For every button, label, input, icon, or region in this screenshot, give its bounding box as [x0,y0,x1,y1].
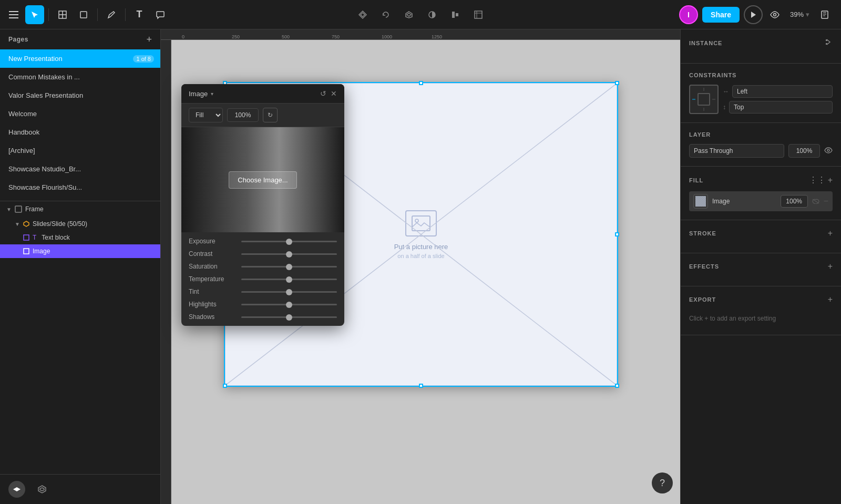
trim-tool[interactable] [469,5,488,24]
left-sidebar: Pages + New Presentation 1 of 8 Common M… [0,29,161,504]
layer-slide[interactable]: ▼ Slides/Slide (50/50) [0,217,160,231]
layer-image[interactable]: Image [0,244,160,258]
export-add-button[interactable]: + [828,295,833,304]
svg-marker-24 [38,486,46,493]
layers-icon-button[interactable] [8,481,25,498]
svg-rect-36 [695,196,706,207]
popup-close-button[interactable]: ✕ [331,89,337,98]
play-button[interactable] [744,5,763,24]
popup-opacity-input[interactable] [227,108,259,122]
handle-bottom-left[interactable] [223,384,227,388]
page-item-new-presentation[interactable]: New Presentation 1 of 8 [0,49,160,68]
instance-section: INSTANCE [681,29,841,64]
export-title: EXPORT [689,296,716,303]
align-tool[interactable] [446,5,465,24]
page-item-welcome[interactable]: Welcome [0,105,160,123]
select-tool[interactable] [25,5,44,24]
slider-exposure-thumb[interactable] [286,239,292,245]
fill-actions: ⋮⋮ + [809,175,833,185]
slider-shadows-track[interactable] [241,316,337,318]
constraint-h-select[interactable]: LeftRightCenterScaleStretch [732,85,833,98]
page-item-handbook[interactable]: Handbook [0,123,160,141]
slider-tint-thumb[interactable] [286,289,292,295]
page-item-archive[interactable]: [Archive] [0,141,160,160]
handle-bottom-right[interactable] [615,384,619,388]
layer-opacity-input[interactable] [788,144,820,158]
preview-button[interactable] [767,9,783,20]
slider-shadows-thumb[interactable] [286,314,292,321]
slider-highlights-track[interactable] [241,304,337,305]
flatten-tool[interactable] [399,5,418,24]
blend-mode-select[interactable]: Pass ThroughNormalDarkenMultiply [689,144,784,158]
page-item-showcase-nstudio[interactable]: Showcase Nstudio_Br... [0,160,160,178]
slider-contrast-thumb[interactable] [286,251,292,258]
handle-right-mid[interactable] [615,232,619,236]
export-hint: Click + to add an export setting [689,311,833,326]
zoom-control[interactable]: 39% ▾ [787,8,813,20]
fill-opacity-input[interactable] [781,195,808,208]
undo-tool[interactable] [376,5,395,24]
shape-tool[interactable] [74,5,93,24]
frame-tool[interactable] [53,5,72,24]
slider-contrast: Contrast [189,250,337,258]
help-button[interactable]: ? [652,472,673,493]
instance-detach-button[interactable] [824,38,833,48]
fill-grid-button[interactable]: ⋮⋮ [809,175,826,185]
popup-header: Image ▾ ↺ ✕ [181,84,344,104]
svg-rect-23 [24,249,29,254]
fill-row[interactable]: Image − [689,191,833,211]
layer-visibility-button[interactable] [824,147,833,155]
constraint-v-select[interactable]: TopBottomCenterScaleStretch [729,101,833,114]
ruler-left [161,40,171,504]
text-tool[interactable]: T [130,5,149,24]
assets-icon-button[interactable] [34,481,50,498]
popup-fill-select[interactable]: FillFitCropTile [189,108,223,122]
slider-exposure-track[interactable] [241,241,337,242]
fill-delete-button[interactable]: − [824,197,828,206]
slider-temperature-thumb[interactable] [286,276,292,283]
popup-rotate-button[interactable]: ↻ [263,108,278,122]
slider-saturation-thumb[interactable] [286,264,292,270]
layer-controls: Pass ThroughNormalDarkenMultiply [689,144,833,158]
comment-tool[interactable] [151,5,170,24]
effects-add-button[interactable]: + [828,262,833,271]
slider-temperature-track[interactable] [241,279,337,280]
hamburger-button[interactable] [4,5,23,24]
toolbar-left: T [0,5,174,24]
page-item-common-mistakes[interactable]: Common Mistakes in ... [0,68,160,86]
svg-marker-21 [24,221,29,227]
page-item-valor[interactable]: Valor Sales Presentation [0,86,160,105]
image-popup: Image ▾ ↺ ✕ FillFitCropTile ↻ Choose Ima… [181,84,344,326]
handle-bottom-mid[interactable] [419,384,423,388]
stroke-add-button[interactable]: + [828,229,833,238]
layer-frame[interactable]: ▼ Frame [0,201,160,217]
popup-refresh-button[interactable]: ↺ [320,89,326,98]
slider-contrast-track[interactable] [241,253,337,255]
slider-highlights-thumb[interactable] [286,302,292,308]
user-avatar[interactable]: I [679,5,698,24]
contrast-tool[interactable] [423,5,442,24]
separator-3 [125,8,126,21]
pen-tool[interactable] [102,5,121,24]
fill-swatch-container[interactable] [693,194,708,209]
slider-tint-track[interactable] [241,291,337,293]
export-section: EXPORT + Click + to add an export settin… [681,286,841,335]
add-page-button[interactable]: + [146,35,152,44]
right-panel: INSTANCE CONSTRAINTS ↔ LeftRightC [680,29,841,504]
handle-top-mid[interactable] [419,81,423,85]
library-button[interactable] [817,8,833,22]
layer-text-block[interactable]: T Text block [0,231,160,244]
share-button[interactable]: Share [702,7,740,23]
slider-saturation-track[interactable] [241,266,337,268]
svg-point-29 [415,219,418,222]
fill-add-button[interactable]: + [828,175,833,185]
fill-visibility-button[interactable] [812,197,819,205]
choose-image-button[interactable]: Choose Image... [229,171,296,189]
stroke-title: STROKE [689,230,716,236]
slider-exposure: Exposure [189,238,337,245]
export-header: EXPORT + [689,295,833,304]
toolbar-right: I Share 39% ▾ [679,5,841,24]
page-item-showcase-flourish[interactable]: Showcase Flourish/Su... [0,178,160,197]
component-tool[interactable] [353,5,372,24]
handle-top-right[interactable] [615,81,619,85]
